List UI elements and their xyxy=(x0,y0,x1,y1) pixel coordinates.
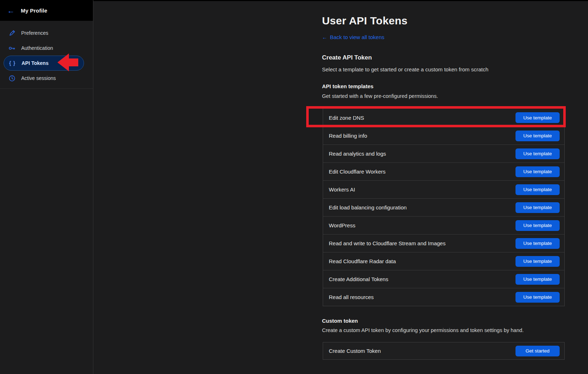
use-template-button[interactable]: Use template xyxy=(515,220,560,231)
custom-token-heading: Custom token xyxy=(322,318,358,324)
template-row: Edit load balancing configuration Use te… xyxy=(323,198,564,216)
sidebar-title: My Profile xyxy=(21,8,47,14)
custom-token-subtitle: Create a custom API token by configuring… xyxy=(322,327,524,333)
template-row-label: Edit load balancing configuration xyxy=(329,204,407,210)
template-row-label: Read analytics and logs xyxy=(329,151,386,157)
sidebar: ← My Profile Preferences Authen xyxy=(0,0,93,374)
back-to-tokens-link[interactable]: ← Back to view all tokens xyxy=(322,34,384,40)
template-row-label: Read billing info xyxy=(329,133,367,139)
create-api-token-subtitle: Select a template to get started or crea… xyxy=(322,66,489,72)
key-icon xyxy=(9,45,15,52)
braces-icon: { } xyxy=(9,60,16,67)
template-row: WordPress Use template xyxy=(323,216,564,234)
template-row-label: Read all resources xyxy=(329,294,374,300)
template-row: Read all resources Use template xyxy=(323,288,564,306)
clock-icon xyxy=(9,75,15,82)
sidebar-item-label: Authentication xyxy=(21,45,53,51)
sidebar-item-label: Active sessions xyxy=(21,75,56,81)
sidebar-item-authentication[interactable]: Authentication xyxy=(0,41,93,56)
page-title: User API Tokens xyxy=(322,15,407,27)
use-template-button[interactable]: Use template xyxy=(515,184,560,195)
sidebar-divider xyxy=(0,89,93,89)
template-row: Read and write to Cloudflare Stream and … xyxy=(323,234,564,252)
template-row-label: Edit Cloudflare Workers xyxy=(329,169,386,175)
use-template-button[interactable]: Use template xyxy=(515,292,560,303)
use-template-button[interactable]: Use template xyxy=(515,238,560,249)
get-started-button[interactable]: Get started xyxy=(515,346,560,356)
create-api-token-heading: Create API Token xyxy=(322,54,372,61)
use-template-button[interactable]: Use template xyxy=(515,148,560,159)
template-row-label: Create Additional Tokens xyxy=(329,276,388,282)
back-link-label: Back to view all tokens xyxy=(330,34,384,40)
user-api-tokens-page: { "colors": { "page_background": "#1c1c1… xyxy=(0,0,588,374)
template-row: Edit Cloudflare Workers Use template xyxy=(323,162,564,180)
custom-row-label: Create Custom Token xyxy=(329,348,381,354)
template-row: Read Cloudflare Radar data Use template xyxy=(323,252,564,270)
sidebar-item-label: API Tokens xyxy=(22,60,48,66)
custom-token-row: Create Custom Token Get started xyxy=(323,342,565,360)
template-row-label: Edit zone DNS xyxy=(329,115,364,121)
sidebar-header: ← My Profile xyxy=(0,0,93,21)
sidebar-item-label: Preferences xyxy=(21,30,48,36)
template-row: Edit zone DNS Use template xyxy=(323,109,564,127)
use-template-button[interactable]: Use template xyxy=(515,112,560,123)
template-row: Workers AI Use template xyxy=(323,180,564,198)
use-template-button[interactable]: Use template xyxy=(515,202,560,213)
template-row-label: Workers AI xyxy=(329,186,355,193)
use-template-button[interactable]: Use template xyxy=(515,256,560,267)
pencil-icon xyxy=(9,30,15,37)
back-arrow-icon: ← xyxy=(322,34,327,40)
sidebar-nav: Preferences Authentication { } API Token… xyxy=(0,21,93,86)
templates-heading: API token templates xyxy=(322,83,373,89)
template-list: Edit zone DNS Use template Read billing … xyxy=(323,108,565,306)
template-row-label: WordPress xyxy=(329,222,355,228)
back-arrow-icon[interactable]: ← xyxy=(7,7,15,14)
templates-subtitle: Get started with a few pre-configured pe… xyxy=(322,93,438,99)
sidebar-item-active-sessions[interactable]: Active sessions xyxy=(0,71,93,86)
template-row: Read billing info Use template xyxy=(323,127,564,145)
sidebar-item-api-tokens[interactable]: { } API Tokens xyxy=(4,56,84,71)
use-template-button[interactable]: Use template xyxy=(515,131,560,141)
use-template-button[interactable]: Use template xyxy=(515,166,560,177)
template-row: Create Additional Tokens Use template xyxy=(323,270,564,288)
use-template-button[interactable]: Use template xyxy=(515,274,560,285)
sidebar-item-preferences[interactable]: Preferences xyxy=(0,25,93,41)
template-row-label: Read and write to Cloudflare Stream and … xyxy=(329,240,445,246)
template-row-label: Read Cloudflare Radar data xyxy=(329,258,396,264)
template-row: Read analytics and logs Use template xyxy=(323,145,564,162)
